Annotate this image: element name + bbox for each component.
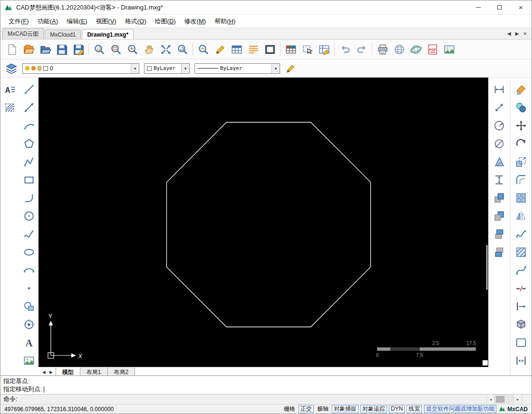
tool-line-button[interactable] bbox=[21, 81, 37, 98]
drawing-canvas[interactable]: Y X 2.5 17.5 0 7.5 bbox=[39, 78, 488, 367]
tool-hatch-button[interactable] bbox=[2, 99, 18, 116]
menu-item-7[interactable]: 修改(M) bbox=[180, 15, 211, 28]
toolbar-open-folder-button[interactable] bbox=[37, 41, 53, 58]
tool-construction-line-button[interactable] bbox=[21, 99, 37, 116]
tool-dim-angular-button[interactable] bbox=[491, 154, 507, 170]
tool-polyline-button[interactable] bbox=[21, 154, 37, 170]
toolbar-draw-pencil-button[interactable] bbox=[212, 41, 228, 58]
command-history[interactable]: 指定基点:指定移动到点: bbox=[0, 376, 532, 394]
canvas-scroll-thumb[interactable] bbox=[486, 245, 487, 290]
modify-copy-button[interactable] bbox=[513, 99, 529, 116]
edit-pencil-icon[interactable] bbox=[285, 63, 296, 74]
linetype-combo[interactable]: ByLayer ▾ bbox=[194, 63, 280, 74]
tool-text-button[interactable]: A bbox=[21, 335, 37, 351]
selection-handle[interactable] bbox=[483, 360, 488, 365]
menu-item-8[interactable]: 帮助(H) bbox=[210, 15, 240, 28]
toolbar-pan-hand-button[interactable] bbox=[141, 41, 157, 58]
tool-arc-polyline-button[interactable] bbox=[21, 190, 37, 206]
menu-item-6[interactable]: 绘图(D) bbox=[151, 15, 180, 28]
status-toggle-4[interactable]: 对象捕捉 bbox=[332, 405, 358, 413]
toolbar-zoom-out-button[interactable] bbox=[195, 41, 212, 58]
toolbar-new-file-button[interactable] bbox=[3, 41, 20, 58]
tool-arc-button[interactable] bbox=[21, 118, 37, 134]
toolbar-save-as-button[interactable] bbox=[70, 41, 87, 58]
toolbar-web-sync-button[interactable] bbox=[407, 41, 424, 58]
tool-point-button[interactable] bbox=[21, 280, 37, 296]
tool-dim-diameter-button[interactable] bbox=[491, 136, 507, 152]
feedback-link[interactable]: 提交软件问题或增加新功能 bbox=[424, 405, 496, 413]
modify-mirror-button[interactable] bbox=[513, 208, 529, 224]
menu-item-5[interactable]: 格式(O) bbox=[121, 15, 151, 28]
status-toggle-6[interactable]: DYN bbox=[389, 405, 405, 413]
layer-combo[interactable]: 0 ▾ bbox=[22, 63, 139, 74]
toolbar-zoom-rotate-button[interactable] bbox=[91, 41, 107, 58]
toolbar-zoom-extents-button[interactable] bbox=[157, 41, 174, 58]
toolbar-open-cloud-button[interactable] bbox=[20, 41, 37, 58]
modify-extend-button[interactable] bbox=[513, 298, 529, 315]
maximize-button[interactable] bbox=[489, 0, 510, 14]
status-toggle-3[interactable]: 极轴 bbox=[316, 405, 330, 413]
menu-item-2[interactable]: 功能(A) bbox=[33, 15, 62, 28]
toolbar-save-button[interactable] bbox=[53, 41, 70, 58]
modify-move-button[interactable] bbox=[513, 118, 529, 134]
doc-tab-close-icon[interactable]: × bbox=[523, 30, 527, 37]
toolbar-undo-button[interactable] bbox=[337, 41, 353, 58]
status-toggle-5[interactable]: 对象追踪 bbox=[360, 405, 387, 413]
status-toggle-7[interactable]: 线宽 bbox=[406, 405, 422, 413]
layers-icon[interactable] bbox=[5, 62, 18, 75]
doc-tab-2[interactable]: MxCloud1 bbox=[45, 30, 81, 39]
toolbar-export-select-button[interactable] bbox=[299, 41, 316, 58]
tool-donut-button[interactable] bbox=[21, 316, 37, 333]
toolbar-print-button[interactable] bbox=[374, 41, 391, 58]
doc-tab-1[interactable]: MxCAD云图 bbox=[2, 28, 44, 39]
tool-polygon-button[interactable] bbox=[21, 136, 37, 152]
color-combo[interactable]: ByLayer ▾ bbox=[144, 63, 190, 74]
toolbar-pdf-export-button[interactable]: PDF bbox=[424, 41, 441, 58]
status-toggle-1[interactable]: 栅格 bbox=[282, 405, 297, 413]
modify-viewport-tool-button[interactable] bbox=[513, 335, 529, 351]
modify-erase-button[interactable] bbox=[513, 81, 529, 98]
chevron-down-icon[interactable]: ▾ bbox=[271, 64, 280, 73]
modify-rotate-button[interactable] bbox=[513, 136, 529, 152]
toolbar-text-list-button[interactable] bbox=[245, 41, 261, 58]
chevron-down-icon[interactable]: ▾ bbox=[131, 64, 139, 73]
close-button[interactable]: × bbox=[510, 0, 532, 14]
scroll-right-icon[interactable]: ▸ bbox=[513, 394, 522, 404]
octagon-shape[interactable] bbox=[166, 122, 370, 327]
doc-tab-prev-icon[interactable]: ◀ bbox=[507, 31, 511, 36]
tool-draw-order-front-button[interactable] bbox=[491, 190, 507, 206]
tool-dim-vertical-button[interactable] bbox=[491, 172, 507, 188]
command-input-row[interactable]: 命令: ◂ ▸ bbox=[0, 394, 532, 404]
layout-next-icon[interactable]: ▶ bbox=[48, 370, 55, 375]
tool-circle-button[interactable] bbox=[21, 208, 37, 224]
toolbar-table-button[interactable] bbox=[228, 41, 245, 58]
toolbar-table-color-button[interactable] bbox=[282, 41, 299, 58]
tool-spline-button[interactable] bbox=[21, 226, 37, 242]
toolbar-table-edit-button[interactable] bbox=[316, 41, 332, 58]
menu-item-4[interactable]: 视图(V) bbox=[91, 15, 120, 28]
toolbar-zoom-previous-button[interactable] bbox=[174, 41, 191, 58]
tool-image-draw-button[interactable] bbox=[21, 353, 37, 369]
chevron-down-icon[interactable]: ▾ bbox=[181, 64, 189, 73]
minimize-button[interactable] bbox=[467, 0, 489, 14]
modify-explode-button[interactable] bbox=[513, 316, 529, 333]
modify-spline-edit-button[interactable] bbox=[513, 226, 529, 242]
status-toggle-2[interactable]: 正交 bbox=[299, 405, 314, 413]
modify-scale-button[interactable] bbox=[513, 154, 529, 170]
tool-draw-order-above-button[interactable] bbox=[491, 226, 507, 242]
toolbar-viewport-button[interactable] bbox=[261, 41, 278, 58]
menu-item-3[interactable]: 编辑(E) bbox=[62, 15, 91, 28]
modify-offset-button[interactable] bbox=[513, 172, 529, 188]
modify-break-button[interactable] bbox=[513, 280, 529, 296]
tool-rectangle-button[interactable] bbox=[21, 172, 37, 188]
tool-text-style-button[interactable]: A bbox=[2, 81, 18, 98]
toolbar-web-globe-button[interactable] bbox=[391, 41, 407, 58]
toolbar-redo-button[interactable] bbox=[353, 41, 370, 58]
tool-ellipse-button[interactable] bbox=[21, 244, 37, 260]
toolbar-zoom-in-button[interactable] bbox=[124, 41, 141, 58]
toolbar-zoom-window-button[interactable] bbox=[107, 41, 124, 58]
tool-dim-aligned-button[interactable] bbox=[491, 99, 507, 116]
modify-hatch-gradient-button[interactable] bbox=[513, 244, 529, 260]
tool-dim-radius-button[interactable] bbox=[491, 118, 507, 134]
scroll-track[interactable] bbox=[494, 394, 513, 404]
